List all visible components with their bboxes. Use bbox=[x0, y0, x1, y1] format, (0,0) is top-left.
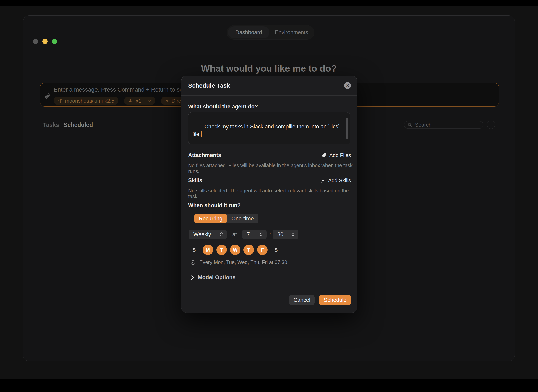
skills-label: Skills bbox=[188, 177, 202, 183]
stepper-icon bbox=[259, 232, 263, 237]
day-button-wednesday[interactable]: W bbox=[230, 245, 240, 255]
prompt-textarea[interactable]: Check my tasks in Slack and complile the… bbox=[188, 112, 350, 144]
traffic-light-close[interactable] bbox=[33, 39, 38, 44]
minute-select[interactable]: 30 bbox=[273, 230, 298, 239]
schedule-label: When should it run? bbox=[188, 202, 241, 209]
frequency-value: Weekly bbox=[193, 231, 211, 238]
chevron-right-icon bbox=[190, 275, 195, 280]
desktop-background: Dashboard Environments What would you li… bbox=[0, 6, 538, 379]
schedule-task-dialog: Schedule Task ✕ What should the agent do… bbox=[181, 76, 357, 313]
day-button-friday[interactable]: F bbox=[257, 245, 268, 255]
dialog-header: Schedule Task ✕ bbox=[181, 76, 357, 96]
hour-select[interactable]: 7 bbox=[242, 230, 267, 239]
day-button-thursday[interactable]: T bbox=[243, 245, 254, 255]
traffic-light-zoom[interactable] bbox=[52, 39, 57, 44]
close-icon[interactable]: ✕ bbox=[344, 82, 351, 89]
schedule-button[interactable]: Schedule bbox=[319, 295, 351, 305]
stepper-icon bbox=[219, 232, 224, 237]
day-button-tuesday[interactable]: T bbox=[216, 245, 227, 255]
add-files-label: Add Files bbox=[329, 152, 351, 159]
day-button-sunday[interactable]: S bbox=[189, 245, 199, 255]
textarea-scrollbar[interactable] bbox=[346, 118, 348, 139]
dialog-title: Schedule Task bbox=[188, 82, 230, 89]
time-colon: : bbox=[268, 230, 273, 239]
footer-divider bbox=[181, 290, 357, 290]
recurrence-toggle: Recurring One-time bbox=[194, 214, 258, 223]
attachments-helper: No files attached. Files will be availab… bbox=[188, 163, 357, 174]
schedule-summary: Every Mon, Tue, Wed, Thu, Fri at 07:30 bbox=[190, 259, 287, 265]
prompt-label: What should the agent do? bbox=[188, 103, 258, 110]
recurring-option[interactable]: Recurring bbox=[194, 214, 227, 223]
cancel-button[interactable]: Cancel bbox=[289, 295, 315, 305]
model-options-disclosure[interactable]: Model Options bbox=[190, 274, 235, 281]
text-cursor bbox=[201, 131, 202, 137]
screen: Dashboard Environments What would you li… bbox=[0, 0, 538, 392]
attachments-label: Attachments bbox=[188, 152, 221, 159]
at-label: at bbox=[231, 230, 239, 239]
paperclip-icon bbox=[322, 153, 327, 158]
add-skills-button[interactable]: Add Skills bbox=[320, 177, 351, 183]
traffic-light-minimize[interactable] bbox=[42, 39, 48, 44]
frequency-select[interactable]: Weekly bbox=[189, 230, 227, 239]
hour-value: 7 bbox=[247, 231, 250, 238]
day-button-monday[interactable]: M bbox=[203, 245, 213, 255]
add-skills-label: Add Skills bbox=[328, 177, 351, 183]
add-files-button[interactable]: Add Files bbox=[322, 152, 351, 159]
one-time-option[interactable]: One-time bbox=[227, 214, 258, 223]
day-button-saturday[interactable]: S bbox=[271, 245, 281, 255]
clock-icon bbox=[190, 260, 196, 265]
schedule-summary-text: Every Mon, Tue, Wed, Thu, Fri at 07:30 bbox=[199, 259, 287, 265]
skills-helper: No skills selected. The agent will auto-… bbox=[188, 188, 357, 199]
sparkles-icon bbox=[320, 178, 326, 183]
model-options-label: Model Options bbox=[198, 274, 235, 281]
minute-value: 30 bbox=[277, 231, 283, 238]
prompt-text: Check my tasks in Slack and complile the… bbox=[192, 124, 340, 137]
stepper-icon bbox=[291, 232, 295, 237]
